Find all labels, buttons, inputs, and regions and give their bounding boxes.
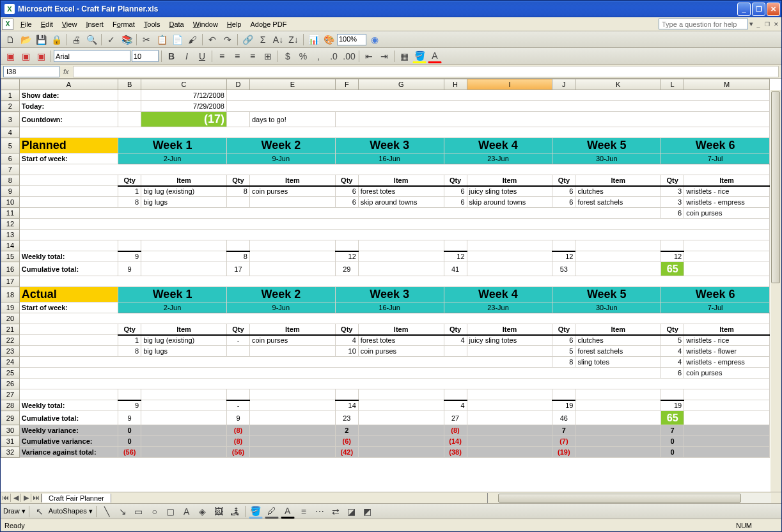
- col-header[interactable]: E: [249, 79, 335, 90]
- chart-wizard-icon[interactable]: 📊: [306, 33, 320, 47]
- select-objects-icon[interactable]: ↖: [33, 505, 47, 519]
- row-header[interactable]: 18: [1, 287, 20, 302]
- maximize-button[interactable]: ❐: [752, 3, 765, 16]
- col-header[interactable]: A: [19, 79, 118, 90]
- paste-icon[interactable]: 📄: [170, 33, 184, 47]
- rectangle-icon[interactable]: ▭: [132, 505, 146, 519]
- row-header[interactable]: 17: [1, 276, 20, 287]
- increase-decimal-icon[interactable]: .0: [327, 49, 341, 63]
- tab-last-icon[interactable]: ⏭: [31, 494, 42, 502]
- draw-menu[interactable]: Draw ▾: [3, 507, 26, 515]
- picture-icon[interactable]: 🏞: [228, 505, 242, 519]
- row-header[interactable]: 28: [1, 400, 20, 411]
- autoshapes-menu[interactable]: AutoShapes ▾: [49, 507, 93, 515]
- col-header[interactable]: G: [358, 79, 444, 90]
- drawing-icon[interactable]: 🎨: [322, 33, 336, 47]
- help-search-input[interactable]: [659, 19, 748, 29]
- doc-close-button[interactable]: ✕: [772, 20, 780, 28]
- name-box[interactable]: [3, 66, 59, 77]
- formula-input[interactable]: [73, 66, 779, 77]
- spell-check-icon[interactable]: ✓: [104, 33, 118, 47]
- font-color-icon[interactable]: A: [428, 49, 442, 63]
- sheet-tab[interactable]: Craft Fair Planner: [42, 494, 111, 503]
- decrease-indent-icon[interactable]: ⇤: [362, 49, 376, 63]
- menu-window[interactable]: Window: [189, 19, 223, 30]
- row-header[interactable]: 2: [1, 101, 20, 112]
- excel-icon[interactable]: X: [2, 19, 13, 30]
- comma-icon[interactable]: ,: [311, 49, 325, 63]
- oval-icon[interactable]: ○: [148, 505, 162, 519]
- italic-button[interactable]: I: [180, 49, 194, 63]
- pdf-icon[interactable]: ▣: [19, 49, 33, 63]
- close-button[interactable]: ✕: [767, 3, 780, 16]
- zoom-input[interactable]: 100%: [337, 34, 366, 45]
- tab-first-icon[interactable]: ⏮: [1, 494, 11, 502]
- col-header[interactable]: M: [684, 79, 770, 90]
- menu-data[interactable]: Data: [164, 19, 188, 30]
- textbox-icon[interactable]: ▢: [164, 505, 178, 519]
- permission-icon[interactable]: 🔒: [49, 33, 63, 47]
- row-header[interactable]: 12: [1, 219, 20, 230]
- row-header[interactable]: 30: [1, 425, 20, 436]
- row-header[interactable]: 7: [1, 164, 20, 175]
- col-header[interactable]: J: [552, 79, 575, 90]
- col-header[interactable]: B: [118, 79, 141, 90]
- vertical-scrollbar[interactable]: [770, 90, 781, 492]
- row-header[interactable]: 10: [1, 197, 20, 208]
- row-header[interactable]: 26: [1, 379, 20, 389]
- percent-icon[interactable]: %: [296, 49, 310, 63]
- menu-format[interactable]: Format: [108, 19, 139, 30]
- row-header[interactable]: 13: [1, 230, 20, 240]
- col-header[interactable]: F: [335, 79, 358, 90]
- bold-button[interactable]: B: [164, 49, 178, 63]
- spreadsheet-grid[interactable]: A B C D E F G H I J K L M 1Show date:7/1…: [1, 79, 770, 458]
- col-header[interactable]: H: [444, 79, 467, 90]
- line-style-icon[interactable]: ≡: [297, 505, 311, 519]
- 3d-icon[interactable]: ◩: [361, 505, 375, 519]
- line-color-icon[interactable]: 🖊: [265, 505, 279, 519]
- row-header[interactable]: 27: [1, 389, 20, 400]
- row-header[interactable]: 16: [1, 262, 20, 276]
- row-header[interactable]: 29: [1, 411, 20, 425]
- row-header[interactable]: 11: [1, 208, 20, 219]
- row-header[interactable]: 3: [1, 112, 20, 127]
- line-icon[interactable]: ╲: [100, 505, 114, 519]
- open-icon[interactable]: 📂: [19, 33, 33, 47]
- align-right-icon[interactable]: ≡: [246, 49, 260, 63]
- undo-icon[interactable]: ↶: [205, 33, 219, 47]
- underline-button[interactable]: U: [195, 49, 209, 63]
- row-header[interactable]: 19: [1, 302, 20, 313]
- help-icon[interactable]: ◉: [368, 33, 382, 47]
- fill-color-icon[interactable]: 🪣: [412, 49, 426, 63]
- menu-insert[interactable]: Insert: [81, 19, 108, 30]
- autosum-icon[interactable]: Σ: [256, 33, 270, 47]
- save-icon[interactable]: 💾: [34, 33, 48, 47]
- sort-desc-icon[interactable]: Z↓: [286, 33, 301, 47]
- col-header[interactable]: L: [661, 79, 684, 90]
- row-header[interactable]: 15: [1, 251, 20, 262]
- col-header[interactable]: K: [575, 79, 661, 90]
- col-header[interactable]: C: [141, 79, 227, 90]
- borders-icon[interactable]: ▦: [397, 49, 411, 63]
- font-size-select[interactable]: [132, 50, 159, 62]
- row-header[interactable]: 14: [1, 240, 20, 251]
- row-header[interactable]: 9: [1, 186, 20, 197]
- row-header[interactable]: 1: [1, 90, 20, 101]
- align-left-icon[interactable]: ≡: [215, 49, 229, 63]
- currency-icon[interactable]: $: [281, 49, 295, 63]
- tab-prev-icon[interactable]: ◀: [11, 494, 21, 502]
- horizontal-scrollbar[interactable]: [487, 493, 781, 503]
- arrow-icon[interactable]: ↘: [116, 505, 130, 519]
- row-header[interactable]: 24: [1, 357, 20, 368]
- col-header[interactable]: I: [467, 79, 552, 90]
- row-header[interactable]: 4: [1, 127, 20, 138]
- menu-tools[interactable]: Tools: [139, 19, 165, 30]
- clipart-icon[interactable]: 🖼: [212, 505, 226, 519]
- font-color-icon[interactable]: A: [281, 505, 295, 519]
- sort-asc-icon[interactable]: A↓: [271, 33, 285, 47]
- font-select[interactable]: [54, 50, 130, 62]
- research-icon[interactable]: 📚: [120, 33, 134, 47]
- arrow-style-icon[interactable]: ⇄: [329, 505, 343, 519]
- row-header[interactable]: 6: [1, 153, 20, 164]
- row-header[interactable]: 20: [1, 313, 20, 324]
